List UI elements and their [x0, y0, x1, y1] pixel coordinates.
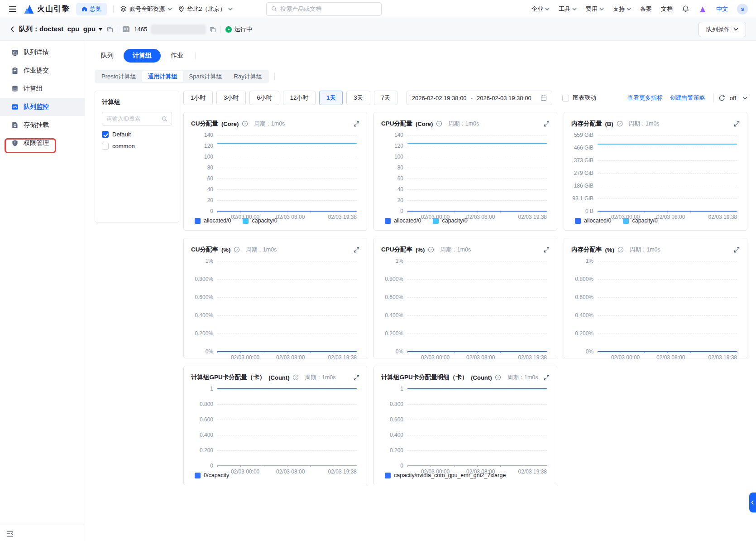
gridline — [598, 148, 737, 148]
expand-chart-icon[interactable] — [544, 121, 550, 127]
user-avatar[interactable]: s — [737, 4, 748, 14]
tab-1[interactable]: 队列 — [95, 49, 120, 63]
sidebar-item-compute-group[interactable]: 计算组 — [0, 80, 85, 98]
create-alarm-link[interactable]: 创建告警策略 — [670, 94, 705, 102]
sidebar-item-queue-detail[interactable]: 队列详情 — [0, 43, 85, 62]
subtab-1[interactable]: Presto计算组 — [96, 71, 142, 82]
chart-header: 内存分配率(%)?周期：1m0s — [571, 246, 740, 254]
chart-linkage-checkbox[interactable]: 图表联动 — [562, 94, 596, 102]
x-axis-label: 02/03 19:38 — [328, 354, 357, 361]
language-switch[interactable]: 中文 — [716, 5, 728, 13]
brand-name: 火山引擎 — [37, 4, 70, 14]
ai-assistant-icon[interactable] — [699, 5, 707, 13]
topnav-menu-item[interactable]: 费用 — [586, 5, 604, 13]
calendar-icon[interactable] — [541, 95, 547, 101]
x-axis-label: 02/03 08:00 — [656, 214, 685, 220]
time-range-button[interactable]: 12小时 — [283, 91, 316, 105]
tab-3[interactable]: 作业 — [164, 49, 190, 63]
product-search-input[interactable] — [280, 5, 377, 12]
expand-chart-icon[interactable] — [354, 375, 359, 381]
filter-option-common[interactable]: common — [102, 143, 172, 150]
gridline — [407, 420, 547, 420]
account-scope-selector[interactable]: 账号全部资源 — [120, 5, 172, 13]
help-icon[interactable]: ? — [617, 121, 623, 127]
more-metrics-link[interactable]: 查看更多指标 — [627, 94, 663, 102]
help-icon[interactable]: ? — [242, 121, 248, 127]
x-axis-tick — [264, 465, 264, 467]
time-range-button[interactable]: 3天 — [346, 91, 370, 105]
help-icon[interactable]: ? — [495, 374, 501, 381]
time-range-button[interactable]: 3小时 — [216, 91, 246, 105]
filter-search-input[interactable] — [106, 116, 159, 122]
panel-expand-handle[interactable] — [749, 493, 756, 512]
copy-id-icon[interactable] — [210, 26, 216, 33]
y-axis-label: 0.200 — [390, 447, 403, 454]
filter-option-default[interactable]: Default — [102, 131, 172, 138]
time-range-button[interactable]: 1小时 — [183, 91, 213, 105]
filter-title: 计算组 — [102, 98, 172, 106]
gridline — [217, 146, 357, 146]
collapse-sidebar-icon[interactable] — [6, 531, 78, 537]
refresh-icon[interactable] — [718, 95, 725, 101]
region-selector[interactable]: 华北2（北京） — [178, 5, 233, 13]
topnav-menu-item[interactable]: 支持 — [613, 5, 631, 13]
legend-item[interactable]: allocated/0 — [385, 217, 421, 224]
legend-item[interactable]: allocated/0 — [575, 217, 611, 224]
legend-item[interactable]: 0/capacity — [195, 472, 229, 478]
chart-unit: (Count) — [268, 374, 289, 381]
brand-logo[interactable]: 火山引擎 — [24, 4, 70, 14]
gridline — [217, 315, 357, 316]
sidebar-item-storage-mount[interactable]: 存储挂载 — [0, 116, 85, 134]
svg-text:?: ? — [244, 122, 246, 126]
chart-period: 周期：1m0s — [254, 120, 285, 128]
x-axis-label: 02/03 19:38 — [518, 354, 547, 361]
legend-swatch-icon — [575, 218, 581, 224]
overview-button[interactable]: 总览 — [76, 3, 107, 15]
subtab-2[interactable]: 通用计算组 — [142, 71, 183, 82]
queue-title[interactable]: 队列：doctest_cpu_gpu — [19, 25, 102, 34]
legend-item[interactable]: allocated/0 — [195, 217, 231, 224]
help-icon[interactable]: ? — [292, 374, 299, 381]
sidebar-item-label: 权限管理 — [24, 139, 49, 147]
expand-chart-icon[interactable] — [544, 375, 550, 381]
chart-period: 周期：1m0s — [629, 120, 660, 128]
expand-chart-icon[interactable] — [544, 247, 550, 253]
notifications-bell-icon[interactable] — [682, 5, 689, 13]
topnav-menu-item[interactable]: 企业 — [531, 5, 550, 13]
gridline — [598, 173, 737, 174]
topnav-menu-item[interactable]: 文档 — [661, 5, 673, 13]
help-icon[interactable]: ? — [428, 246, 434, 253]
topnav-menu-item[interactable]: 工具 — [559, 5, 577, 13]
product-search — [266, 2, 382, 16]
help-icon[interactable]: ? — [617, 246, 624, 253]
tab-2[interactable]: 计算组 — [124, 49, 161, 63]
expand-chart-icon[interactable] — [354, 247, 359, 253]
back-button[interactable] — [10, 26, 14, 33]
y-axis-label: 93.1 GiB — [572, 195, 593, 202]
help-icon[interactable]: ? — [234, 246, 240, 253]
chevron-down-icon — [599, 8, 604, 10]
queue-actions-button[interactable]: 队列操作 — [699, 22, 746, 37]
sidebar-item-permission[interactable]: 权限管理 — [0, 134, 85, 152]
hamburger-menu-icon[interactable] — [8, 5, 17, 14]
help-icon[interactable]: ? — [436, 121, 442, 127]
topnav-menu-item[interactable]: 备案 — [640, 5, 652, 13]
subtab-3[interactable]: Spark计算组 — [183, 71, 228, 82]
y-axis-label: 140 — [204, 132, 213, 138]
chart-grid: CU分配量(Core)?周期：1m0s14012010080604020002/… — [183, 112, 747, 485]
chart-title: CU分配量 — [191, 120, 218, 128]
x-axis-tick — [454, 465, 455, 467]
date-range-picker[interactable]: 2026-02-02 19:38:00 - 2026-02-03 19:38:0… — [407, 91, 552, 105]
sidebar-item-queue-monitor[interactable]: 队列监控 — [0, 98, 85, 116]
time-range-button[interactable]: 7天 — [374, 91, 397, 105]
expand-chart-icon[interactable] — [734, 247, 740, 253]
subtab-4[interactable]: Ray计算组 — [228, 71, 268, 82]
auto-refresh-select[interactable]: off — [730, 95, 747, 101]
time-range-button[interactable]: 1天 — [319, 91, 343, 105]
expand-chart-icon[interactable] — [734, 121, 740, 127]
x-axis-tick — [357, 351, 357, 353]
expand-chart-icon[interactable] — [354, 121, 359, 127]
copy-queue-name-icon[interactable] — [107, 26, 113, 33]
sidebar-item-job-submit[interactable]: 作业提交 — [0, 62, 85, 80]
time-range-button[interactable]: 6小时 — [249, 91, 279, 105]
